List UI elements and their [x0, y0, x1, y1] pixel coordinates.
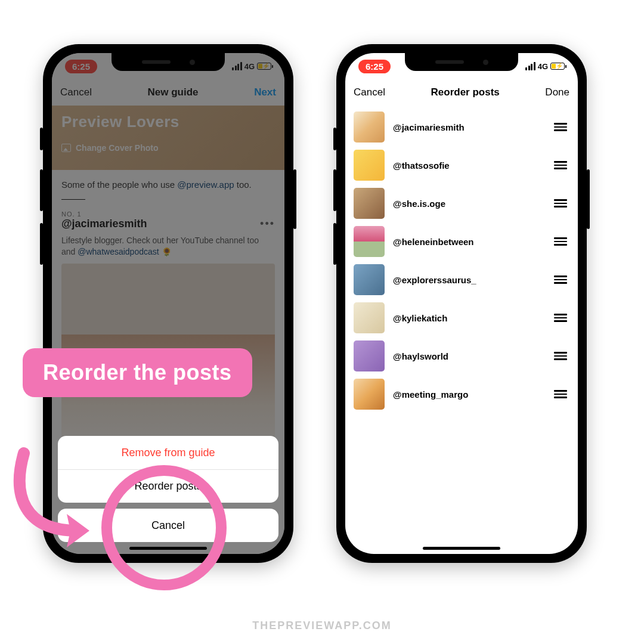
- drag-handle-icon[interactable]: [552, 159, 569, 171]
- page-title: Reorder posts: [431, 86, 500, 98]
- item-handle: @explorerssaurus_: [393, 275, 543, 285]
- post-thumbnail: [354, 264, 385, 295]
- status-time: 6:25: [358, 60, 391, 73]
- post-thumbnail: [354, 340, 385, 371]
- drag-handle-icon[interactable]: [552, 311, 569, 324]
- post-thumbnail: [354, 150, 385, 181]
- drag-handle-icon[interactable]: [552, 197, 569, 209]
- drag-handle-icon[interactable]: [552, 388, 569, 400]
- list-item[interactable]: @kyliekatich: [345, 299, 578, 337]
- list-item[interactable]: @explorerssaurus_: [345, 261, 578, 299]
- arrow-icon: [0, 441, 113, 555]
- watermark: THEPREVIEWAPP.COM: [0, 620, 644, 632]
- callout-tip: Reorder the posts: [23, 348, 252, 397]
- list-item[interactable]: @heleneinbetween: [345, 222, 578, 261]
- signal-icon: [525, 62, 535, 70]
- post-thumbnail: [354, 112, 385, 143]
- home-indicator: [423, 547, 500, 550]
- list-item[interactable]: @jacimariesmith: [345, 108, 578, 146]
- phone-right: 6:25 4G ⚡ Cancel Reorder posts Done @jac…: [336, 44, 587, 563]
- post-thumbnail: [354, 302, 385, 333]
- reorder-list: @jacimariesmith @thatsosofie @she.is.oge…: [345, 106, 578, 416]
- item-handle: @she.is.oge: [393, 199, 543, 209]
- drag-handle-icon[interactable]: [552, 235, 569, 247]
- item-handle: @meeting_margo: [393, 389, 543, 400]
- list-item[interactable]: @thatsosofie: [345, 146, 578, 184]
- list-item[interactable]: @she.is.oge: [345, 184, 578, 222]
- post-thumbnail: [354, 379, 385, 410]
- drag-handle-icon[interactable]: [552, 120, 569, 133]
- done-button[interactable]: Done: [545, 86, 569, 98]
- item-handle: @heleneinbetween: [393, 237, 543, 247]
- item-handle: @kyliekatich: [393, 313, 543, 323]
- battery-icon: ⚡: [550, 63, 565, 70]
- notch: [112, 53, 225, 71]
- post-thumbnail: [354, 226, 385, 257]
- highlight-circle: [101, 465, 227, 590]
- notch: [405, 53, 518, 71]
- item-handle: @jacimariesmith: [393, 122, 543, 132]
- list-item[interactable]: @haylsworld: [345, 337, 578, 375]
- list-item[interactable]: @meeting_margo: [345, 375, 578, 413]
- item-handle: @thatsosofie: [393, 160, 543, 171]
- post-thumbnail: [354, 188, 385, 219]
- drag-handle-icon[interactable]: [552, 273, 569, 286]
- cancel-button[interactable]: Cancel: [354, 86, 385, 98]
- item-handle: @haylsworld: [393, 351, 543, 361]
- drag-handle-icon[interactable]: [552, 349, 569, 362]
- network-label: 4G: [538, 62, 548, 71]
- nav-bar: Cancel Reorder posts Done: [345, 79, 578, 106]
